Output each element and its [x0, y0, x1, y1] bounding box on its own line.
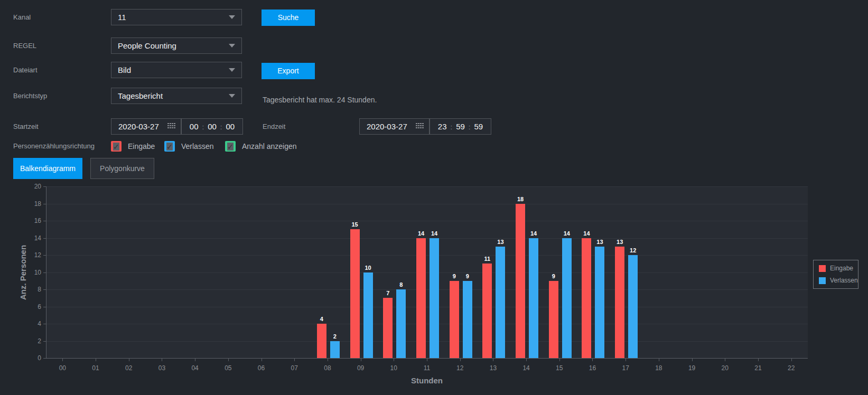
x-axis-tick — [526, 359, 527, 361]
berichtstyp-value: Tagesbericht — [118, 91, 225, 100]
x-axis-tick — [262, 359, 262, 361]
x-tick-label: 17 — [622, 364, 629, 372]
x-tick-label: 21 — [754, 364, 761, 372]
end-date-field[interactable]: 2020-03-27 — [359, 118, 430, 135]
checkbox-anzahl-anzeigen[interactable]: ✓ — [225, 141, 236, 152]
bar-value-label: 9 — [466, 273, 469, 279]
report-hint-text: Tagesbericht hat max. 24 Stunden. — [263, 96, 377, 104]
checkbox-verlassen-label: Verlassen — [181, 141, 213, 152]
tab-polygonkurve[interactable]: Polygonkurve — [90, 158, 154, 179]
checkbox-anzahl-anzeigen-label: Anzahl anzeigen — [242, 141, 297, 152]
check-icon: ✓ — [227, 143, 234, 151]
x-tick-label: 08 — [324, 364, 331, 372]
bar-eingabe — [317, 324, 326, 358]
bar-eingabe — [482, 264, 492, 358]
bar-value-label: 14 — [418, 230, 424, 237]
dateiart-value: Bild — [118, 65, 225, 74]
berichtstyp-select[interactable]: Tagesbericht — [111, 88, 242, 104]
bar-value-label: 13 — [596, 239, 603, 245]
x-axis-tick — [195, 359, 195, 361]
y-tick-label: 0 — [20, 354, 41, 362]
y-tick-label: 2 — [20, 337, 41, 345]
gridline — [46, 272, 808, 273]
bar-value-label: 14 — [564, 230, 570, 237]
verlassen-swatch-icon — [819, 277, 826, 284]
regel-label: REGEL — [13, 37, 36, 54]
x-axis-tick — [62, 359, 63, 361]
x-axis-tick — [493, 359, 493, 361]
checkbox-verlassen[interactable]: ✓ — [164, 141, 175, 152]
bar-value-label: 13 — [497, 239, 503, 245]
kanal-label: Kanal — [13, 9, 31, 25]
checkbox-eingabe-label: Eingabe — [128, 141, 155, 152]
gridline — [46, 307, 808, 307]
x-axis-tick — [692, 359, 693, 361]
bar-value-label: 10 — [365, 265, 371, 271]
bar-value-label: 14 — [530, 230, 537, 237]
bar-value-label: 15 — [351, 221, 358, 228]
x-axis-tick — [427, 359, 427, 361]
legend-item-verlassen: Verlassen — [819, 277, 858, 284]
x-axis-tick — [725, 359, 725, 361]
bar-value-label: 14 — [583, 230, 590, 237]
chevron-down-icon — [229, 94, 235, 98]
chevron-down-icon — [229, 44, 235, 48]
x-axis-tick — [328, 359, 328, 361]
bar-value-label: 4 — [320, 316, 323, 322]
x-tick-label: 09 — [357, 364, 364, 372]
bar-verlassen — [330, 341, 340, 359]
x-axis-title: Stunden — [411, 376, 443, 385]
dateiart-select[interactable]: Bild — [111, 62, 242, 78]
x-axis-tick — [592, 359, 593, 361]
x-tick-label: 16 — [589, 364, 596, 372]
kanal-value: 11 — [118, 13, 225, 22]
tab-balkendiagramm[interactable]: Balkendiagramm — [13, 158, 82, 179]
bar-eingabe — [549, 281, 558, 358]
x-tick-label: 06 — [258, 364, 265, 372]
search-button[interactable]: Suche — [262, 10, 315, 26]
gridline — [46, 289, 808, 290]
y-tick-label: 14 — [20, 234, 41, 242]
bar-eingabe — [516, 204, 525, 359]
bar-verlassen — [496, 247, 505, 358]
x-axis-tick — [626, 359, 626, 361]
x-tick-label: 20 — [722, 364, 729, 372]
bar-value-label: 7 — [386, 290, 389, 296]
x-tick-label: 19 — [688, 364, 695, 372]
x-tick-label: 13 — [490, 364, 497, 372]
start-time-field[interactable]: 000000 — [181, 118, 243, 135]
bar-verlassen — [595, 247, 604, 358]
gridline — [46, 255, 808, 256]
x-tick-label: 02 — [125, 364, 132, 372]
checkbox-eingabe[interactable]: ✓ — [111, 141, 122, 152]
x-axis-tick — [96, 359, 96, 361]
export-button[interactable]: Export — [262, 63, 315, 79]
legend-label: Verlassen — [830, 277, 858, 284]
y-tick-label: 20 — [20, 183, 41, 190]
gridline — [46, 324, 808, 324]
kanal-select[interactable]: 11 — [111, 9, 242, 25]
start-minute: 00 — [208, 122, 217, 131]
regel-select[interactable]: People Counting — [111, 37, 242, 54]
end-hour: 23 — [438, 122, 447, 131]
gridline — [46, 341, 808, 342]
x-tick-label: 11 — [424, 364, 430, 372]
calendar-icon[interactable] — [167, 123, 175, 130]
x-tick-label: 12 — [456, 364, 463, 372]
bar-eingabe — [582, 238, 591, 359]
bar-value-label: 8 — [399, 281, 403, 288]
calendar-icon[interactable] — [416, 123, 424, 130]
y-axis-line — [46, 186, 46, 359]
bar-value-label: 9 — [453, 273, 456, 279]
x-tick-label: 22 — [788, 364, 795, 372]
berichtstyp-label: Berichtstyp — [13, 88, 47, 104]
bar-value-label: 14 — [431, 230, 437, 237]
bar-value-label: 2 — [333, 333, 337, 340]
startzeit-label: Startzeit — [13, 118, 39, 135]
bar-verlassen — [463, 281, 472, 358]
eingabe-swatch-icon — [819, 265, 826, 272]
end-time-field[interactable]: 235959 — [430, 118, 491, 135]
y-tick-label: 18 — [20, 200, 41, 208]
bar-eingabe — [383, 298, 393, 358]
start-date-field[interactable]: 2020-03-27 — [111, 118, 181, 135]
